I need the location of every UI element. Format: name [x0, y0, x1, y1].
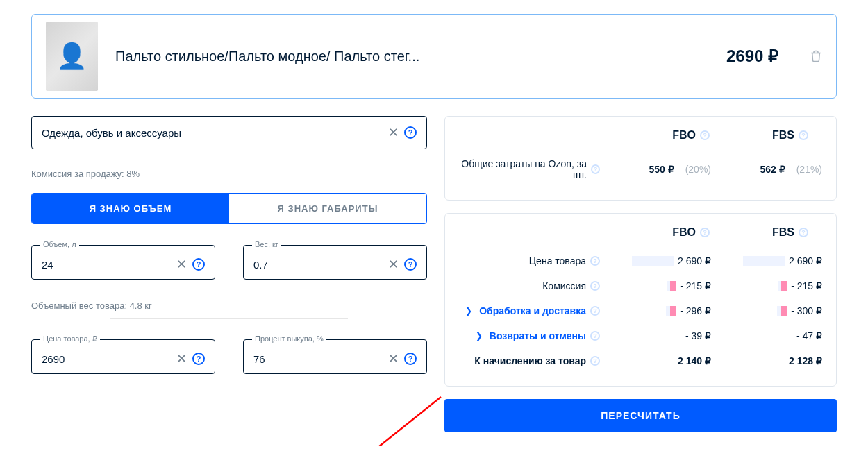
volume-input[interactable]: [42, 259, 176, 271]
row-commission-fbo: - 215 ₽: [600, 280, 711, 291]
row-processing-fbo: - 296 ₽: [600, 305, 711, 316]
weight-input-wrap[interactable]: Вес, кг ✕ ?: [243, 245, 427, 280]
help-icon[interactable]: ?: [591, 164, 600, 174]
row-payout-fbs: 2 128 ₽: [711, 355, 822, 366]
row-returns-fbs: - 47 ₽: [711, 330, 822, 341]
clear-icon[interactable]: ✕: [388, 125, 399, 140]
row-returns-label[interactable]: ❯Возвраты и отмены?: [459, 330, 600, 341]
price-input-wrap[interactable]: Цена товара, ₽ ✕ ?: [31, 339, 215, 374]
help-icon[interactable]: ?: [192, 258, 205, 271]
annotation-arrow-icon: [323, 390, 448, 446]
category-input-wrap[interactable]: ✕ ?: [31, 116, 427, 149]
product-image: [46, 22, 98, 91]
divider: [110, 318, 348, 319]
fbs-header: FBS?: [772, 129, 808, 142]
buyout-label: Процент выкупа, %: [252, 334, 326, 343]
clear-icon[interactable]: ✕: [388, 351, 399, 366]
clear-icon[interactable]: ✕: [176, 351, 187, 366]
row-returns-fbo: - 39 ₽: [600, 330, 711, 341]
product-title: Пальто стильное/Пальто модное/ Пальто ст…: [115, 49, 709, 65]
price-label: Цена товара, ₽: [40, 334, 100, 344]
row-price-label: Цена товара?: [459, 255, 600, 266]
tab-volume[interactable]: Я ЗНАЮ ОБЪЕМ: [32, 194, 229, 223]
product-card: Пальто стильное/Пальто модное/ Пальто ст…: [31, 14, 837, 99]
volume-label: Объем, л: [40, 240, 79, 248]
row-processing-fbs: - 300 ₽: [711, 305, 822, 316]
volume-input-wrap[interactable]: Объем, л ✕ ?: [31, 245, 215, 280]
help-icon[interactable]: ?: [590, 331, 600, 341]
commission-label: Комиссия за продажу: 8%: [31, 169, 427, 179]
help-icon[interactable]: ?: [404, 258, 417, 271]
row-price-fbo: 2 690 ₽: [600, 255, 711, 266]
help-icon[interactable]: ?: [590, 256, 600, 266]
help-icon[interactable]: ?: [700, 228, 710, 237]
total-cost-label: Общие затраты на Ozon, за шт.?: [459, 158, 600, 180]
weight-label: Вес, кг: [252, 240, 281, 248]
help-icon[interactable]: ?: [404, 126, 417, 139]
weight-input[interactable]: [253, 259, 388, 271]
help-icon[interactable]: ?: [590, 356, 600, 366]
row-commission-fbs: - 215 ₽: [711, 280, 822, 291]
row-commission-label: Комиссия?: [459, 280, 600, 291]
chevron-right-icon: ❯: [476, 331, 483, 341]
help-icon[interactable]: ?: [799, 130, 808, 140]
total-fbs: 562 ₽ (21%): [711, 164, 822, 175]
help-icon[interactable]: ?: [192, 353, 205, 365]
fbs-header: FBS?: [772, 226, 808, 239]
help-icon[interactable]: ?: [404, 353, 417, 365]
tab-group: Я ЗНАЮ ОБЪЕМ Я ЗНАЮ ГАБАРИТЫ: [31, 193, 427, 224]
volumetric-weight-label: Объемный вес товара: 4.8 кг: [31, 300, 427, 311]
category-input[interactable]: [42, 127, 388, 139]
row-payout-label: К начислению за товар?: [459, 355, 600, 366]
product-price: 2690 ₽: [726, 46, 778, 66]
trash-icon[interactable]: [810, 49, 822, 63]
row-processing-label[interactable]: ❯Обработка и доставка?: [459, 305, 600, 316]
row-payout-fbo: 2 140 ₽: [600, 355, 711, 366]
help-icon[interactable]: ?: [799, 228, 808, 237]
total-fbo: 550 ₽ (20%): [600, 164, 711, 175]
tab-dimensions[interactable]: Я ЗНАЮ ГАБАРИТЫ: [229, 194, 426, 223]
help-icon[interactable]: ?: [700, 130, 710, 140]
buyout-input[interactable]: [253, 353, 388, 365]
svg-line-0: [337, 397, 441, 446]
fbo-header: FBO?: [672, 226, 710, 239]
price-input[interactable]: [42, 353, 176, 365]
buyout-input-wrap[interactable]: Процент выкупа, % ✕ ?: [243, 339, 427, 374]
clear-icon[interactable]: ✕: [388, 257, 399, 272]
row-price-fbs: 2 690 ₽: [711, 255, 822, 266]
fbo-header: FBO?: [672, 129, 710, 142]
detail-panel: FBO? FBS? Цена товара? 2 690 ₽ 2 690 ₽ К…: [444, 213, 837, 387]
help-icon[interactable]: ?: [590, 306, 600, 316]
clear-icon[interactable]: ✕: [176, 257, 187, 272]
summary-panel: FBO? FBS? Общие затраты на Ozon, за шт.?…: [444, 116, 837, 201]
recalculate-button[interactable]: ПЕРЕСЧИТАТЬ: [444, 399, 837, 432]
help-icon[interactable]: ?: [590, 281, 600, 291]
chevron-right-icon: ❯: [465, 306, 472, 316]
